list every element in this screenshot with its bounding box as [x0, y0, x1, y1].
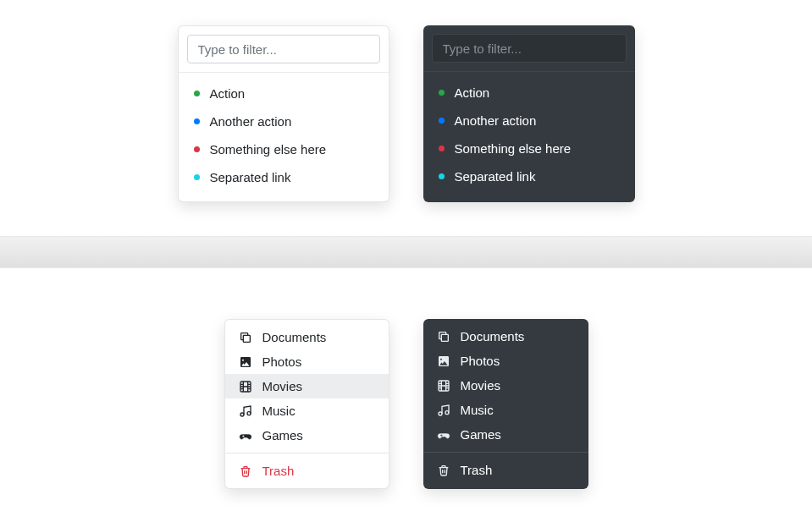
- icon-menu-light: Documents Photos Movies Music Games: [224, 319, 389, 489]
- dot-blue-icon: [439, 118, 445, 124]
- svg-point-7: [445, 410, 449, 414]
- image-icon: [437, 354, 450, 368]
- menu-item-label: Movies: [461, 378, 501, 393]
- menu-item-label: Separated link: [210, 170, 291, 184]
- svg-rect-4: [441, 334, 448, 341]
- menu-item-action[interactable]: Action: [179, 80, 389, 107]
- menu-item-another-action[interactable]: Another action: [423, 107, 635, 135]
- menu-item-separated-link[interactable]: Separated link: [423, 162, 635, 190]
- trash-icon: [437, 464, 450, 477]
- menu-item-something-else[interactable]: Something else here: [423, 135, 635, 162]
- filter-input[interactable]: [432, 34, 627, 63]
- copy-icon: [239, 331, 252, 344]
- dot-green-icon: [439, 90, 445, 96]
- menu-item-label: Photos: [262, 354, 302, 369]
- film-icon: [239, 380, 252, 393]
- filter-menus-row: Action Another action Something else her…: [0, 0, 812, 236]
- filter-input[interactable]: [187, 35, 380, 63]
- menu-item-games[interactable]: Games: [225, 423, 389, 448]
- menu-item-label: Something else here: [210, 142, 327, 157]
- gamepad-icon: [239, 429, 252, 442]
- menu-item-label: Documents: [262, 330, 327, 344]
- menu-item-music[interactable]: Music: [423, 398, 588, 422]
- copy-icon: [437, 330, 450, 343]
- menu-item-label: Trash: [461, 463, 493, 477]
- svg-point-2: [240, 413, 244, 416]
- menu-item-label: Movies: [262, 379, 303, 393]
- music-icon: [239, 404, 252, 418]
- menu-item-photos[interactable]: Photos: [423, 349, 588, 373]
- menu-item-movies[interactable]: Movies: [423, 373, 588, 398]
- menu-item-label: Action: [455, 85, 490, 100]
- svg-rect-0: [243, 335, 250, 342]
- dot-cyan-icon: [194, 174, 200, 180]
- menu-item-action[interactable]: Action: [423, 79, 635, 107]
- filter-wrap: [423, 25, 635, 72]
- svg-point-6: [439, 412, 442, 415]
- menu-item-documents[interactable]: Documents: [225, 325, 389, 349]
- menu-separator: [225, 453, 389, 453]
- menu-item-label: Games: [461, 427, 501, 442]
- film-icon: [437, 379, 450, 393]
- menu-item-label: Music: [461, 403, 494, 417]
- menu-item-label: Games: [262, 428, 303, 442]
- dot-cyan-icon: [439, 173, 445, 179]
- menu-item-photos[interactable]: Photos: [225, 349, 389, 374]
- dot-green-icon: [194, 91, 200, 96]
- menu-item-label: Action: [210, 86, 246, 101]
- dropdown-body: Action Another action Something else her…: [423, 72, 635, 201]
- menu-item-something-else[interactable]: Something else here: [179, 135, 389, 163]
- svg-point-3: [247, 411, 251, 415]
- dropdown-body: Action Another action Something else her…: [179, 73, 389, 201]
- menu-item-label: Another action: [210, 114, 292, 129]
- icon-menus-row: Documents Photos Movies Music Games: [0, 268, 812, 522]
- menu-item-label: Documents: [461, 329, 525, 343]
- section-divider: [0, 236, 812, 268]
- menu-item-music[interactable]: Music: [225, 398, 389, 423]
- dropdown-menu-dark: Action Another action Something else her…: [423, 25, 635, 202]
- menu-item-movies[interactable]: Movies: [225, 374, 389, 398]
- image-icon: [239, 355, 252, 369]
- menu-item-separated-link[interactable]: Separated link: [179, 163, 389, 191]
- menu-item-trash[interactable]: Trash: [423, 458, 588, 482]
- menu-item-games[interactable]: Games: [423, 422, 588, 447]
- menu-item-label: Separated link: [455, 169, 536, 184]
- dot-red-icon: [439, 146, 445, 151]
- icon-menu-dark: Documents Photos Movies Music Games: [423, 319, 588, 489]
- menu-item-label: Photos: [461, 354, 500, 368]
- menu-separator: [423, 452, 588, 453]
- filter-wrap: [179, 26, 389, 73]
- menu-item-label: Trash: [262, 464, 295, 478]
- dropdown-menu-light: Action Another action Something else her…: [178, 25, 389, 202]
- menu-item-documents[interactable]: Documents: [423, 324, 588, 349]
- trash-icon: [239, 464, 252, 478]
- music-icon: [437, 404, 450, 417]
- dot-blue-icon: [194, 118, 200, 124]
- menu-item-label: Something else here: [455, 141, 572, 156]
- menu-item-another-action[interactable]: Another action: [179, 107, 389, 135]
- menu-item-trash[interactable]: Trash: [225, 459, 389, 483]
- gamepad-icon: [437, 428, 450, 442]
- menu-item-label: Another action: [455, 113, 537, 128]
- menu-item-label: Music: [262, 404, 296, 418]
- dot-red-icon: [194, 146, 200, 152]
